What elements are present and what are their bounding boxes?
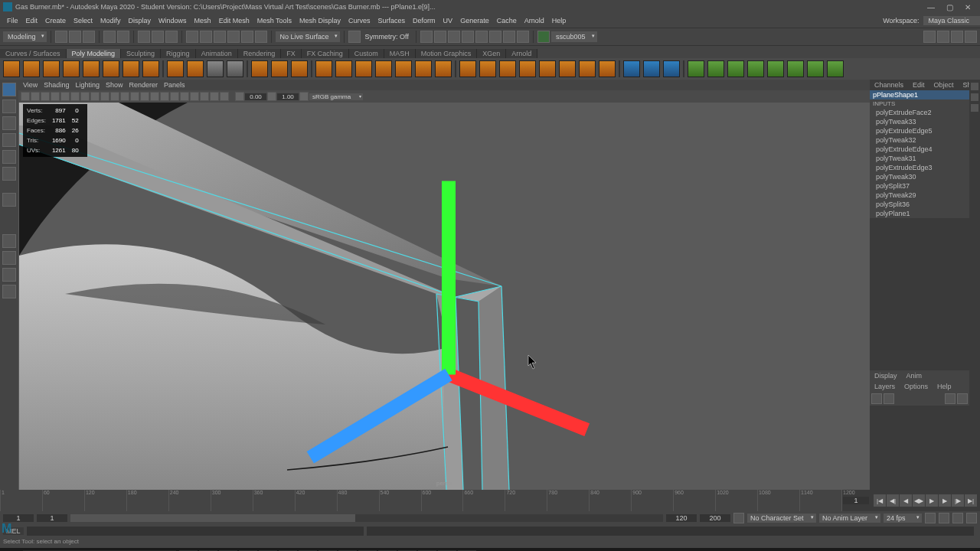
history-item[interactable]: polyExtrudeFace2 bbox=[870, 108, 969, 117]
menu-surfaces[interactable]: Surfaces bbox=[374, 17, 410, 24]
shelf-tab-fxcaching[interactable]: FX Caching bbox=[302, 49, 349, 58]
uv-auto-icon[interactable] bbox=[747, 60, 764, 77]
command-input[interactable] bbox=[27, 527, 364, 536]
safe-title-icon[interactable] bbox=[100, 92, 109, 101]
scale-tool[interactable] bbox=[2, 167, 16, 181]
poly-type-icon[interactable] bbox=[207, 60, 224, 77]
history-item[interactable]: polyTweak32 bbox=[870, 135, 969, 145]
prefs-icon[interactable] bbox=[939, 513, 949, 523]
panel-menu-panels[interactable]: Panels bbox=[164, 81, 185, 89]
symmetry-toggle-icon[interactable] bbox=[348, 31, 361, 43]
menu-display[interactable]: Display bbox=[125, 17, 155, 24]
layer-menu-help[interactable]: Help bbox=[933, 383, 956, 390]
menu-cache[interactable]: Cache bbox=[493, 17, 521, 24]
menu-deform[interactable]: Deform bbox=[409, 17, 439, 24]
layer-new-selected-icon[interactable] bbox=[957, 393, 968, 404]
cb-tab-object[interactable]: Object bbox=[929, 81, 959, 89]
time-slider[interactable]: 1601201802403003604204805406006607207808… bbox=[0, 490, 980, 511]
step-back-key-button[interactable]: ◀| bbox=[887, 494, 899, 507]
menu-modify[interactable]: Modify bbox=[96, 17, 125, 24]
four-pane-layout[interactable] bbox=[2, 251, 16, 265]
poly-torus-icon[interactable] bbox=[83, 60, 100, 77]
shelf-tab-rigging[interactable]: Rigging bbox=[161, 49, 196, 58]
image-plane-icon[interactable] bbox=[41, 92, 50, 101]
paint-select-tool[interactable] bbox=[2, 116, 16, 130]
menu-create[interactable]: Create bbox=[41, 17, 70, 24]
step-forward-button[interactable]: ▶ bbox=[939, 494, 951, 507]
layer-tab-anim[interactable]: Anim bbox=[902, 372, 927, 380]
bevel-icon[interactable] bbox=[415, 60, 432, 77]
outliner-layout[interactable] bbox=[2, 285, 16, 298]
undo-icon[interactable] bbox=[103, 31, 116, 43]
history-item[interactable]: polySplit36 bbox=[870, 200, 969, 209]
menu-editmesh[interactable]: Edit Mesh bbox=[215, 17, 253, 24]
exposure-field[interactable]: 0.00 bbox=[245, 93, 266, 100]
use-lights-icon[interactable] bbox=[140, 92, 149, 101]
mirror-icon[interactable] bbox=[459, 60, 476, 77]
boolean-diff-icon[interactable] bbox=[335, 60, 352, 77]
uv-contour-icon[interactable] bbox=[767, 60, 784, 77]
smooth-shade-icon[interactable] bbox=[120, 92, 129, 101]
channel-box-toggle-icon[interactable] bbox=[951, 31, 963, 43]
anim-layer-dropdown[interactable]: No Anim Layer bbox=[819, 514, 880, 523]
aa-icon[interactable] bbox=[180, 92, 189, 101]
uv-planar-icon[interactable] bbox=[688, 60, 704, 77]
open-scene-icon[interactable] bbox=[69, 31, 81, 43]
redo-icon[interactable] bbox=[117, 31, 129, 43]
history-item[interactable]: polyTweak31 bbox=[870, 154, 969, 163]
boolean-intersect-icon[interactable] bbox=[355, 60, 372, 77]
live-surface-dropdown[interactable]: No Live Surface bbox=[276, 31, 340, 42]
menu-edit[interactable]: Edit bbox=[22, 17, 42, 24]
combine-icon[interactable] bbox=[251, 60, 268, 77]
menu-windows[interactable]: Windows bbox=[155, 17, 191, 24]
hypershade-icon[interactable] bbox=[462, 31, 474, 43]
range-end-outer[interactable]: 200 bbox=[700, 514, 730, 522]
menu-curves[interactable]: Curves bbox=[345, 17, 374, 24]
play-forward-button[interactable]: ▶ bbox=[926, 494, 938, 507]
uv-camera-icon[interactable] bbox=[807, 60, 824, 77]
menu-meshdisplay[interactable]: Mesh Display bbox=[296, 17, 345, 24]
bookmark-icon[interactable] bbox=[31, 92, 40, 101]
gamma-field[interactable]: 1.00 bbox=[277, 93, 299, 100]
layer-tab-display[interactable]: Display bbox=[870, 372, 902, 380]
gate-mask-icon[interactable] bbox=[70, 92, 80, 101]
shelf-tab-curves[interactable]: Curves / Surfaces bbox=[0, 49, 67, 58]
character-set-dropdown[interactable]: No Character Set bbox=[747, 514, 816, 523]
panel-menu-lighting[interactable]: Lighting bbox=[75, 81, 100, 89]
layer-menu-options[interactable]: Options bbox=[900, 383, 933, 390]
shelf-tab-arnold[interactable]: Arnold bbox=[506, 49, 537, 58]
poly-sphere-icon[interactable] bbox=[3, 60, 20, 77]
uv-editor-icon[interactable] bbox=[787, 60, 804, 77]
shadows-icon[interactable] bbox=[150, 92, 159, 101]
fps-dropdown[interactable]: 24 fps bbox=[884, 514, 922, 523]
poly-prism-icon[interactable] bbox=[187, 60, 204, 77]
poly-cylinder-icon[interactable] bbox=[43, 60, 60, 77]
poly-cone-icon[interactable] bbox=[63, 60, 80, 77]
shelf-tab-polymodeling[interactable]: Poly Modeling bbox=[67, 49, 122, 58]
colorspace-dropdown[interactable]: sRGB gamma bbox=[309, 93, 363, 100]
modeling-toolkit-toggle-icon[interactable] bbox=[965, 31, 977, 43]
auto-key-icon[interactable] bbox=[733, 513, 744, 523]
sound-icon[interactable] bbox=[952, 513, 963, 523]
range-start-outer[interactable]: 1 bbox=[3, 514, 34, 522]
panel-menu-renderer[interactable]: Renderer bbox=[129, 81, 158, 89]
xray-joints-icon[interactable] bbox=[220, 92, 229, 101]
poly-cube-icon[interactable] bbox=[23, 60, 40, 77]
bridge-icon[interactable] bbox=[395, 60, 412, 77]
step-back-button[interactable]: ◀ bbox=[900, 494, 912, 507]
sidetab-modeling-toolkit[interactable] bbox=[971, 93, 978, 101]
shelf-tab-sculpting[interactable]: Sculpting bbox=[121, 49, 161, 58]
snap-grid-icon[interactable] bbox=[186, 31, 198, 43]
snap-curve-icon[interactable] bbox=[200, 31, 212, 43]
menu-select[interactable]: Select bbox=[70, 17, 96, 24]
snap-plane-icon[interactable] bbox=[227, 31, 240, 43]
last-tool[interactable] bbox=[2, 193, 16, 207]
windows-start-button[interactable]: ⊞ bbox=[0, 548, 23, 551]
field-chart-icon[interactable] bbox=[80, 92, 90, 101]
menu-mesh[interactable]: Mesh bbox=[191, 17, 215, 24]
crease-icon[interactable] bbox=[623, 60, 640, 77]
shelf-tab-xgen[interactable]: XGen bbox=[477, 49, 506, 58]
panel-menu-shading[interactable]: Shading bbox=[44, 81, 69, 89]
range-handle[interactable] bbox=[70, 514, 355, 522]
shelf-tab-mash[interactable]: MASH bbox=[384, 49, 416, 58]
